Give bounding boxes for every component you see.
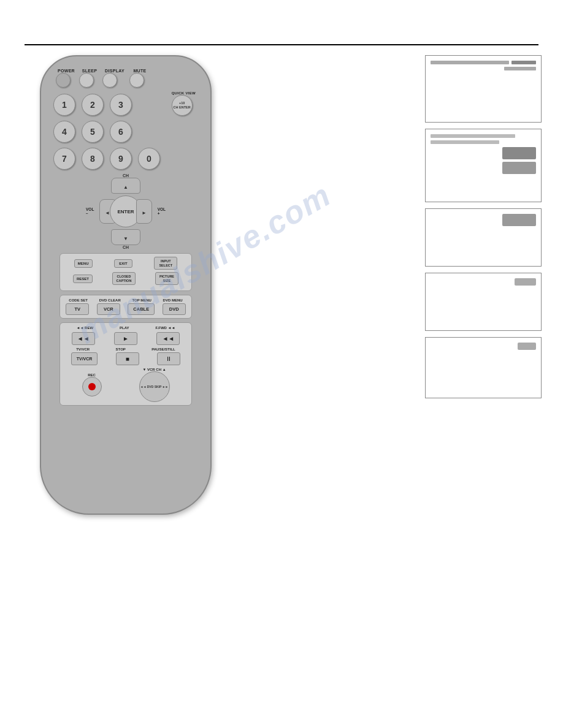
up-arrow-icon: [123, 180, 128, 191]
num8-button[interactable]: 8: [82, 148, 104, 170]
menu-button[interactable]: MENU: [74, 259, 93, 268]
code-set-label: CODE SET: [69, 298, 88, 302]
ch-up-label: CH: [53, 173, 198, 178]
dvd-button[interactable]: DVD: [163, 303, 186, 315]
enter-label: ENTER: [117, 209, 134, 214]
power-label: POWER: [56, 69, 77, 73]
exit-button[interactable]: EXIT: [114, 259, 132, 268]
info-boxes-container: [425, 55, 542, 398]
pause-still-label: PAUSE/STILL: [151, 347, 175, 351]
top-divider: [25, 44, 538, 45]
top-menu-label: TOP MENU: [132, 298, 151, 302]
info-box-2: [425, 129, 542, 202]
num3-button[interactable]: 3: [110, 94, 132, 116]
tv-button[interactable]: TV: [66, 303, 89, 315]
num0-button[interactable]: 0: [138, 148, 160, 170]
sleep-button[interactable]: [79, 73, 94, 88]
quick-view-label: QUICK VIEW: [172, 91, 196, 95]
tv-vcr-label: TV/VCR: [76, 347, 90, 351]
info-box-4: [425, 273, 542, 331]
stop-button[interactable]: ■: [116, 352, 139, 365]
num1-button[interactable]: 1: [53, 94, 75, 116]
picture-size-button[interactable]: PICTURESIZE: [155, 272, 178, 285]
closed-caption-button[interactable]: CLOSEDCAPTION: [112, 272, 136, 285]
rew-button[interactable]: ◄◄: [72, 332, 95, 345]
num6-button[interactable]: 6: [110, 121, 132, 143]
display-button[interactable]: [102, 73, 117, 88]
display-label: DISPLAY: [102, 69, 127, 73]
sleep-label: SLEEP: [79, 69, 100, 73]
transport-area: ◄◄ REW PLAY F.FWD ◄◄ ◄◄ ► ◄◄ TV/VCR STOP…: [59, 322, 192, 406]
vol-up-button[interactable]: [136, 199, 152, 224]
dvd-menu-label: DVD MENU: [163, 298, 183, 302]
rew-label: ◄◄ REW: [77, 326, 94, 330]
vcr-button[interactable]: VCR: [97, 303, 120, 315]
reset-button[interactable]: RESET: [73, 275, 93, 283]
stop-label: STOP: [116, 347, 126, 351]
info-box-1: [425, 55, 542, 123]
remote-control: POWER SLEEP DISPLAY MUTE: [34, 55, 218, 521]
vcr-ch-button[interactable]: ◄◄ DVD SKIP ►►: [139, 371, 170, 402]
power-button[interactable]: [56, 73, 71, 88]
pause-button[interactable]: ⏸: [157, 352, 180, 365]
info-box-5: [425, 337, 542, 398]
mute-button[interactable]: [129, 73, 144, 88]
ch-down-label: CH: [53, 245, 198, 249]
ch-down-button[interactable]: [111, 229, 140, 245]
input-select-button[interactable]: INPUTSELECT: [154, 257, 177, 270]
ch-up-button[interactable]: [111, 178, 140, 194]
info-box-3: [425, 208, 542, 267]
ffwd-button[interactable]: ◄◄: [156, 332, 180, 345]
mute-label: MUTE: [129, 69, 150, 73]
rec-button[interactable]: [82, 377, 102, 396]
function-buttons-area: MENU EXIT INPUTSELECT RESET CLOSEDCAPTIO…: [59, 253, 192, 291]
right-arrow-icon: [142, 206, 147, 217]
down-arrow-icon: [123, 232, 128, 243]
left-arrow-icon: [105, 206, 110, 217]
quick-view-button[interactable]: +10CH ENTER: [172, 95, 193, 116]
source-area: CODE SET DVD CLEAR TOP MENU DVD MENU TV …: [59, 295, 192, 319]
num5-button[interactable]: 5: [82, 121, 104, 143]
num7-button[interactable]: 7: [53, 148, 75, 170]
num4-button[interactable]: 4: [53, 121, 75, 143]
dvd-skip-label: ◄◄ DVD SKIP ►►: [140, 385, 168, 389]
num2-button[interactable]: 2: [82, 94, 104, 116]
rec-dot-icon: [88, 383, 96, 390]
cable-button[interactable]: CABLE: [128, 303, 155, 315]
tv-vcr-button[interactable]: TV/VCR: [71, 352, 98, 365]
dvd-clear-label: DVD CLEAR: [99, 298, 121, 302]
num9-button[interactable]: 9: [110, 148, 132, 170]
play-label: PLAY: [120, 326, 129, 330]
play-button[interactable]: ►: [114, 332, 137, 345]
ffwd-label: F.FWD ◄◄: [156, 326, 175, 330]
